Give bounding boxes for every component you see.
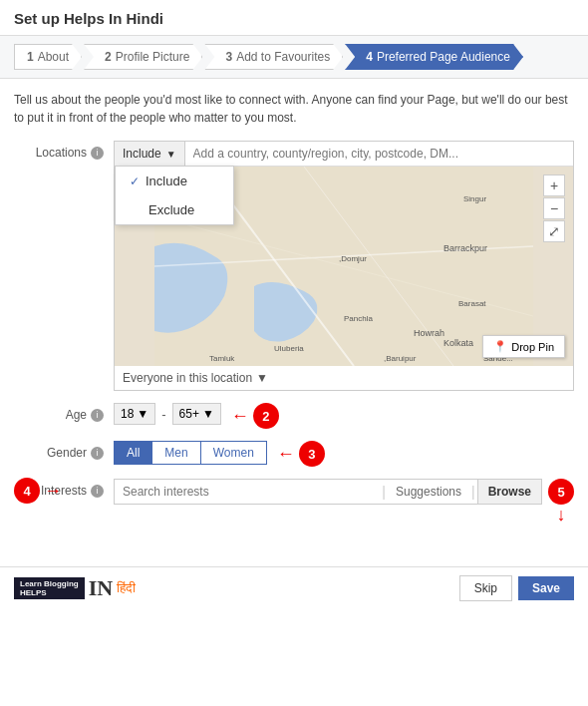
svg-text:,Baruipur: ,Baruipur <box>384 354 417 363</box>
annotation-arrow-2: ← <box>231 406 249 427</box>
age-min-value: 18 <box>121 407 134 421</box>
browse-button[interactable]: Browse <box>477 480 541 504</box>
dropdown-selected-value: Include <box>123 147 161 161</box>
annotation-4: 4 → <box>14 478 62 504</box>
annotation-1: 1 → <box>0 169 2 194</box>
location-footer-arrow: ▼ <box>256 371 268 385</box>
location-footer[interactable]: Everyone in this location ▼ <box>115 366 573 390</box>
age-dash: - <box>161 407 165 422</box>
age-max-select[interactable]: 65+ ▼ <box>172 403 221 425</box>
step2-num: 2 <box>105 50 112 64</box>
annotation-circle-5: 5 <box>548 479 574 505</box>
annotation-arrow-4: → <box>44 481 62 502</box>
main-content: Tell us about the people you'd most like… <box>0 79 588 549</box>
gender-women-button[interactable]: Women <box>200 441 267 465</box>
save-button[interactable]: Save <box>518 576 574 600</box>
annotation-circle-4: 4 <box>14 478 40 504</box>
dropdown-menu: ✓ Include Exclude <box>115 166 234 225</box>
step-profile-picture[interactable]: 2 Profile Picture <box>84 44 202 70</box>
footer-buttons: Skip Save <box>459 575 574 601</box>
svg-text:Barrackpur: Barrackpur <box>443 243 487 253</box>
interests-info-icon[interactable]: i <box>91 485 104 498</box>
include-exclude-dropdown[interactable]: Include ▼ ✓ Include Exclude <box>115 142 185 166</box>
step-add-to-favourites[interactable]: 3 Add to Favourites <box>204 44 343 70</box>
step2-label: Profile Picture <box>116 50 190 64</box>
annotation-5: 5 ↓ <box>548 479 574 526</box>
annotation-2: ← 2 <box>231 403 279 429</box>
footer-logo: Learn BloggingHELPS IN हिंदी <box>14 575 136 601</box>
locations-row: Locations i Include ▼ ✓ Include <box>14 141 574 391</box>
annotation-circle-3: 3 <box>299 441 325 467</box>
skip-button[interactable]: Skip <box>459 575 512 601</box>
svg-text:Panchla: Panchla <box>344 314 373 323</box>
age-container: 18 ▼ - 65+ ▼ <box>114 403 221 425</box>
age-info-icon[interactable]: i <box>91 409 104 422</box>
locations-label: Locations i <box>14 141 114 160</box>
gender-container: All Men Women <box>114 441 267 465</box>
zoom-in-button[interactable]: + <box>543 175 565 196</box>
svg-text:Kolkata: Kolkata <box>443 338 473 348</box>
age-min-arrow: ▼ <box>137 407 148 421</box>
age-max-value: 65+ <box>179 407 199 421</box>
dropdown-arrow-icon: ▼ <box>166 149 176 160</box>
step-about[interactable]: 1 About <box>14 44 82 70</box>
logo-box: Learn BloggingHELPS <box>14 577 85 599</box>
interests-container: | Suggestions | Browse <box>114 479 542 505</box>
dropdown-exclude-option[interactable]: Exclude <box>116 195 233 224</box>
step1-num: 1 <box>27 50 34 64</box>
step-preferred-audience[interactable]: 4 Preferred Page Audience <box>345 44 523 70</box>
annotation-circle-2: 2 <box>253 403 279 429</box>
map-controls: + − ⤢ <box>543 175 565 242</box>
step4-num: 4 <box>366 50 373 64</box>
dropdown-include-option[interactable]: ✓ Include <box>116 167 233 195</box>
logo-text: Learn BloggingHELPS <box>20 579 79 597</box>
svg-text:Uluberia: Uluberia <box>274 344 304 353</box>
gender-men-button[interactable]: Men <box>151 441 199 465</box>
suggestions-link[interactable]: Suggestions <box>388 480 469 504</box>
step4-label: Preferred Page Audience <box>377 50 510 64</box>
age-row: Age i 18 ▼ - 65+ ▼ ← 2 <box>14 403 574 429</box>
interests-divider2: | <box>469 484 477 500</box>
page-description: Tell us about the people you'd most like… <box>14 91 574 127</box>
zoom-out-button[interactable]: − <box>543 197 565 219</box>
exclude-option-label: Exclude <box>148 202 194 217</box>
interests-row: 4 → Interests i | Suggestions | Browse 5… <box>14 479 574 526</box>
logo-hindi: हिंदी <box>117 580 136 596</box>
annotation-arrow-5: ↓ <box>557 505 566 526</box>
annotation-arrow-3: ← <box>277 444 295 465</box>
page-header: Set up Helps In Hindi <box>0 0 588 36</box>
step3-num: 3 <box>225 50 232 64</box>
gender-row: Gender i All Men Women ← 3 <box>14 441 574 467</box>
locations-info-icon[interactable]: i <box>91 147 104 160</box>
svg-text:Tamluk: Tamluk <box>209 354 235 363</box>
step1-label: About <box>38 50 69 64</box>
svg-text:Barasat: Barasat <box>458 299 486 308</box>
svg-text:,Domjur: ,Domjur <box>339 254 367 263</box>
page-title: Set up Helps In Hindi <box>14 10 574 27</box>
locations-top: Include ▼ ✓ Include Exclude <box>115 142 573 167</box>
age-label: Age i <box>14 403 114 422</box>
page-footer: Learn BloggingHELPS IN हिंदी Skip Save <box>0 566 588 609</box>
age-max-arrow: ▼ <box>202 407 214 421</box>
svg-text:Howrah: Howrah <box>414 328 444 338</box>
locations-container: Include ▼ ✓ Include Exclude <box>114 141 574 391</box>
expand-button[interactable]: ⤢ <box>543 220 565 242</box>
logo-in: IN <box>89 575 113 601</box>
age-min-select[interactable]: 18 ▼ <box>114 403 155 425</box>
svg-text:Singur: Singur <box>463 194 486 203</box>
annotation-arrow-1: → <box>0 172 2 192</box>
gender-label: Gender i <box>14 441 114 460</box>
step3-label: Add to Favourites <box>236 50 330 64</box>
pin-icon: 📍 <box>493 340 507 353</box>
drop-pin-button[interactable]: 📍 Drop Pin <box>482 335 565 358</box>
location-footer-text: Everyone in this location <box>123 371 252 385</box>
interests-label: 4 → Interests i <box>14 479 114 498</box>
location-search-input[interactable] <box>185 142 573 166</box>
gender-info-icon[interactable]: i <box>91 447 104 460</box>
gender-all-button[interactable]: All <box>114 441 151 465</box>
steps-bar: 1 About 2 Profile Picture 3 Add to Favou… <box>0 36 588 79</box>
interests-search-input[interactable] <box>115 480 380 504</box>
include-option-label: Include <box>146 174 187 188</box>
include-checkmark: ✓ <box>130 175 140 188</box>
interests-divider: | <box>380 484 388 500</box>
